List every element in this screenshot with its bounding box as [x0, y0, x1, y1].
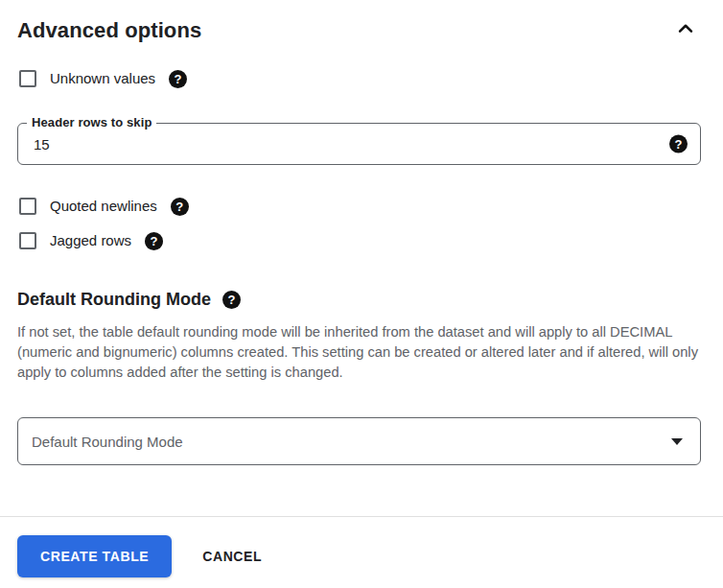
chevron-up-icon	[673, 16, 698, 44]
default-rounding-mode-select[interactable]: Default Rounding Mode	[17, 417, 701, 465]
footer-divider	[0, 516, 723, 517]
create-table-button[interactable]: CREATE TABLE	[17, 535, 172, 577]
panel-header: Advanced options	[17, 16, 701, 44]
help-icon[interactable]: ?	[669, 135, 688, 153]
quoted-newlines-checkbox[interactable]	[19, 198, 36, 215]
help-icon[interactable]: ?	[171, 198, 189, 216]
page-title: Advanced options	[17, 16, 201, 44]
help-icon[interactable]: ?	[222, 291, 241, 309]
default-rounding-mode-heading: Default Rounding Mode ?	[17, 288, 701, 311]
section-title: Default Rounding Mode	[17, 288, 211, 311]
advanced-options-panel: Advanced options Unknown values ? Header…	[0, 16, 723, 465]
arrow-drop-down-icon	[671, 438, 683, 445]
jagged-rows-label: Jagged rows	[50, 231, 131, 250]
unknown-values-label: Unknown values	[50, 69, 155, 88]
cancel-button[interactable]: CANCEL	[202, 539, 262, 574]
unknown-values-checkbox[interactable]	[19, 70, 36, 87]
select-placeholder: Default Rounding Mode	[32, 434, 183, 450]
collapse-section-button[interactable]	[672, 17, 699, 44]
header-rows-to-skip-field: Header rows to skip ?	[17, 123, 701, 165]
default-rounding-mode-description: If not set, the table default rounding m…	[17, 322, 700, 383]
unknown-values-row: Unknown values ?	[17, 69, 701, 88]
jagged-rows-row: Jagged rows ?	[17, 231, 701, 250]
jagged-rows-checkbox[interactable]	[19, 232, 36, 249]
help-icon[interactable]: ?	[169, 70, 187, 88]
footer-actions: CREATE TABLE CANCEL	[17, 535, 262, 577]
header-rows-to-skip-label: Header rows to skip	[27, 114, 156, 130]
quoted-newlines-row: Quoted newlines ?	[17, 197, 701, 216]
quoted-newlines-label: Quoted newlines	[50, 197, 157, 216]
help-icon[interactable]: ?	[145, 232, 163, 250]
